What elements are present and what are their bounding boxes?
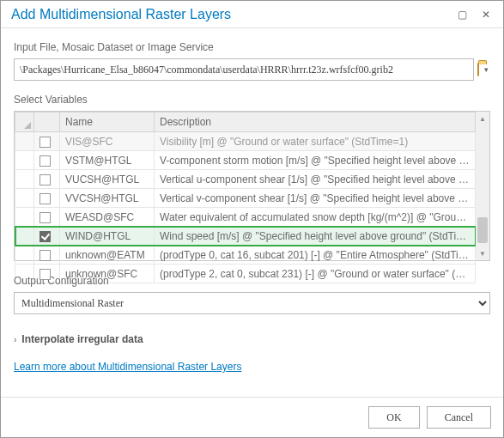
footer: OK Cancel bbox=[1, 397, 503, 437]
table-row[interactable]: VIS@SFCVisibility [m] @ "Ground or water… bbox=[15, 132, 476, 151]
checkbox-icon bbox=[39, 193, 51, 204]
row-handle[interactable] bbox=[15, 246, 34, 265]
table-row[interactable]: WEASD@SFCWater equivalent of accumulated… bbox=[15, 208, 476, 227]
row-description: V-component storm motion [m/s] @ "Specif… bbox=[155, 151, 476, 170]
checkbox-icon bbox=[39, 137, 51, 148]
browse-button[interactable] bbox=[477, 64, 479, 76]
row-handle[interactable] bbox=[15, 151, 34, 170]
row-name: WIND@HTGL bbox=[60, 227, 155, 246]
interpolate-label: Interpolate irregular data bbox=[21, 333, 143, 345]
row-description: Water equivalent of accumulated snow dep… bbox=[155, 208, 476, 227]
row-name: VUCSH@HTGL bbox=[60, 170, 155, 189]
scroll-down-icon: ▼ bbox=[476, 246, 489, 260]
checkbox-icon bbox=[39, 231, 51, 242]
row-name: VVCSH@HTGL bbox=[60, 189, 155, 208]
variables-table: Name Description VIS@SFCVisibility [m] @… bbox=[15, 112, 476, 283]
row-checkbox-cell[interactable] bbox=[34, 227, 60, 246]
checkbox-icon bbox=[39, 155, 51, 167]
row-checkbox-cell[interactable] bbox=[34, 151, 60, 170]
row-description: (prodType 0, cat 16, subcat 201) [-] @ "… bbox=[155, 246, 476, 265]
table-row[interactable]: VUCSH@HTGLVertical u-component shear [1/… bbox=[15, 170, 476, 189]
row-checkbox-cell[interactable] bbox=[34, 208, 60, 227]
output-config-select[interactable]: Multidimensional Raster bbox=[14, 292, 490, 314]
row-name: unknown@EATM bbox=[60, 246, 155, 265]
dialog: Add Multidimensional Raster Layers ▢ ✕ I… bbox=[0, 0, 504, 438]
row-name: VIS@SFC bbox=[60, 132, 155, 151]
titlebar: Add Multidimensional Raster Layers ▢ ✕ bbox=[1, 1, 503, 28]
row-handle[interactable] bbox=[15, 189, 34, 208]
row-name: VSTM@HTGL bbox=[60, 151, 155, 170]
maximize-button[interactable]: ▢ bbox=[450, 3, 474, 26]
table-row[interactable]: VVCSH@HTGLVertical v-component shear [1/… bbox=[15, 189, 476, 208]
table-row[interactable]: unknown@EATM(prodType 0, cat 16, subcat … bbox=[15, 246, 476, 265]
row-handle[interactable] bbox=[15, 227, 34, 246]
dialog-title: Add Multidimensional Raster Layers bbox=[11, 7, 450, 22]
name-header[interactable]: Name bbox=[60, 113, 155, 132]
row-description: Visibility [m] @ "Ground or water surfac… bbox=[155, 132, 476, 151]
row-checkbox-cell[interactable] bbox=[34, 189, 60, 208]
row-description: Wind speed [m/s] @ "Specified height lev… bbox=[155, 227, 476, 246]
ok-button[interactable]: OK bbox=[368, 406, 419, 429]
variables-table-wrap: Name Description VIS@SFCVisibility [m] @… bbox=[14, 111, 490, 261]
description-header[interactable]: Description bbox=[155, 113, 476, 132]
browse-menu-caret[interactable]: ▾ bbox=[483, 65, 490, 74]
scroll-thumb[interactable] bbox=[477, 217, 488, 243]
checkbox-icon bbox=[39, 174, 51, 186]
input-file-field[interactable] bbox=[14, 58, 474, 81]
content: Input File, Mosaic Dataset or Image Serv… bbox=[1, 28, 503, 397]
checkbox-header[interactable] bbox=[34, 113, 60, 132]
row-checkbox-cell[interactable] bbox=[34, 170, 60, 189]
table-row[interactable]: WIND@HTGLWind speed [m/s] @ "Specified h… bbox=[15, 227, 476, 246]
select-variables-label: Select Variables bbox=[14, 94, 490, 106]
vertical-scrollbar[interactable]: ▲ ▼ bbox=[476, 112, 489, 260]
input-label: Input File, Mosaic Dataset or Image Serv… bbox=[14, 41, 490, 53]
close-button[interactable]: ✕ bbox=[474, 3, 498, 26]
cancel-button[interactable]: Cancel bbox=[427, 406, 491, 429]
learn-more-link[interactable]: Learn more about Multidimensional Raster… bbox=[14, 361, 490, 373]
row-handle-header[interactable] bbox=[15, 113, 34, 132]
output-config-label: Output Configuration bbox=[14, 275, 490, 287]
row-handle[interactable] bbox=[15, 132, 34, 151]
row-checkbox-cell[interactable] bbox=[34, 246, 60, 265]
row-handle[interactable] bbox=[15, 208, 34, 227]
checkbox-icon bbox=[39, 212, 51, 223]
row-description: Vertical u-component shear [1/s] @ "Spec… bbox=[155, 170, 476, 189]
row-checkbox-cell[interactable] bbox=[34, 132, 60, 151]
row-description: Vertical v-component shear [1/s] @ "Spec… bbox=[155, 189, 476, 208]
row-handle[interactable] bbox=[15, 170, 34, 189]
interpolate-expander[interactable]: › Interpolate irregular data bbox=[14, 333, 490, 345]
checkbox-icon bbox=[39, 269, 51, 280]
row-name: WEASD@SFC bbox=[60, 208, 155, 227]
folder-icon bbox=[477, 63, 479, 76]
table-row[interactable]: VSTM@HTGLV-component storm motion [m/s] … bbox=[15, 151, 476, 170]
checkbox-icon bbox=[39, 250, 51, 261]
chevron-right-icon: › bbox=[14, 335, 16, 344]
scroll-up-icon: ▲ bbox=[476, 112, 489, 125]
